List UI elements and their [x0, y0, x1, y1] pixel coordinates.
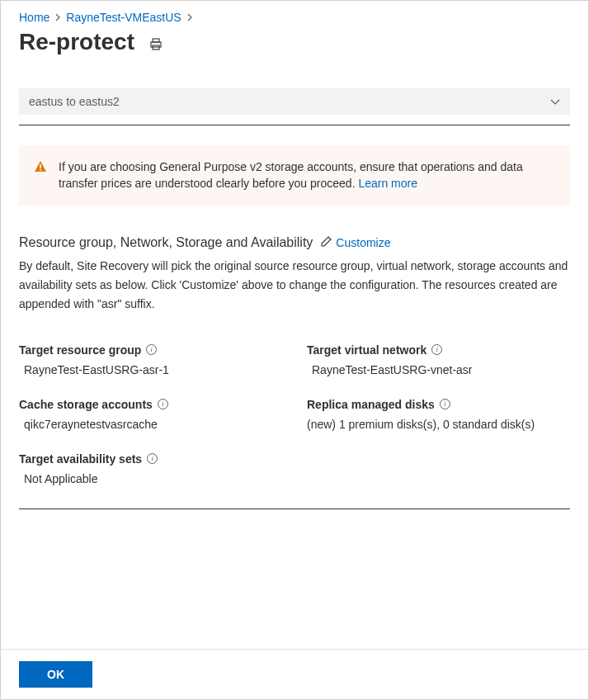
pencil-icon — [321, 236, 332, 249]
warning-banner: If you are choosing General Purpose v2 s… — [19, 145, 570, 206]
field-target-availability-sets: Target availability sets i Not Applicabl… — [19, 452, 282, 485]
warning-icon — [34, 160, 47, 192]
breadcrumb-home[interactable]: Home — [19, 11, 49, 24]
direction-dropdown[interactable]: eastus to eastus2 — [19, 88, 570, 115]
chevron-right-icon — [54, 12, 61, 22]
field-label: Target resource group — [19, 343, 141, 357]
breadcrumb: Home RayneTest-VMEastUS — [19, 9, 570, 24]
section-description: By default, Site Recovery will pick the … — [19, 257, 570, 314]
info-icon[interactable]: i — [158, 399, 168, 409]
field-cache-storage-accounts: Cache storage accounts i qikc7eraynetest… — [19, 398, 282, 431]
chevron-right-icon — [186, 12, 193, 22]
info-icon[interactable]: i — [431, 344, 442, 355]
warning-text: If you are choosing General Purpose v2 s… — [59, 158, 555, 192]
svg-rect-3 — [40, 164, 41, 168]
info-icon[interactable]: i — [146, 344, 157, 355]
footer: OK — [1, 649, 588, 699]
breadcrumb-item[interactable]: RayneTest-VMEastUS — [66, 11, 181, 24]
field-label: Target virtual network — [307, 343, 426, 357]
field-value: (new) 1 premium disks(s), 0 standard dis… — [307, 418, 570, 431]
field-value: qikc7eraynetestvasrcache — [19, 418, 282, 431]
print-icon[interactable] — [149, 38, 163, 51]
ok-button[interactable]: OK — [19, 661, 92, 688]
customize-link[interactable]: Customize — [321, 236, 390, 249]
field-target-resource-group: Target resource group i RayneTest-EastUS… — [19, 343, 282, 376]
field-value: Not Applicable — [19, 472, 282, 485]
info-icon[interactable]: i — [440, 399, 450, 409]
svg-rect-0 — [153, 39, 159, 42]
learn-more-link[interactable]: Learn more — [358, 177, 417, 190]
field-replica-managed-disks: Replica managed disks i (new) 1 premium … — [307, 398, 570, 431]
chevron-down-icon — [550, 95, 560, 108]
page-title: Re-protect — [19, 29, 134, 55]
field-target-virtual-network: Target virtual network i RayneTest-EastU… — [307, 343, 570, 376]
divider — [19, 508, 570, 509]
field-value: RayneTest-EastUSRG-vnet-asr — [307, 363, 570, 376]
dropdown-value: eastus to eastus2 — [29, 95, 120, 108]
field-label: Target availability sets — [19, 452, 142, 466]
info-icon[interactable]: i — [147, 453, 158, 464]
field-label: Cache storage accounts — [19, 398, 153, 411]
field-value: RayneTest-EastUSRG-asr-1 — [19, 363, 282, 376]
divider — [19, 125, 570, 125]
field-label: Replica managed disks — [307, 398, 435, 411]
svg-rect-4 — [40, 169, 41, 171]
section-heading: Resource group, Network, Storage and Ava… — [19, 235, 313, 250]
